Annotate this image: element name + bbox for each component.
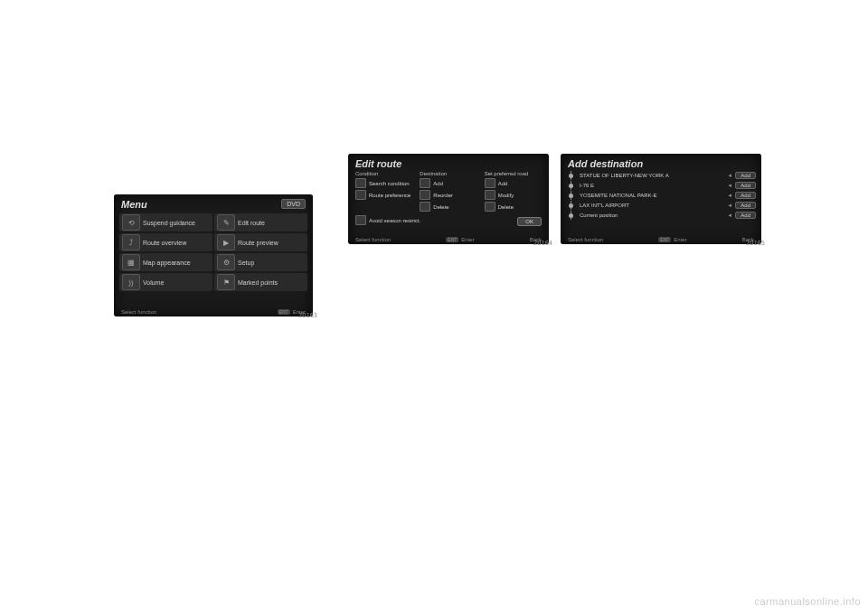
button-box: [420, 190, 430, 200]
button-box: [355, 190, 366, 200]
screen-title: Add destination: [561, 154, 761, 171]
footer-bar: Select function ENT Enter Back: [355, 237, 542, 242]
arrow-left-icon: ◄: [727, 203, 732, 208]
manual-page: Menu DVD ⟲ Suspend guidance ✎ Edit route…: [0, 0, 868, 614]
bottom-row: Avoid season restrict. OK: [348, 213, 549, 229]
arrow-left-icon: ◄: [727, 193, 732, 198]
dest-row: I-76 E ◄ Add: [566, 181, 756, 190]
menu-route-preview[interactable]: ▶ Route preview: [214, 233, 307, 251]
arrow-left-icon: ◄: [727, 173, 732, 178]
button-box: [485, 178, 495, 188]
add-button[interactable]: Add: [735, 172, 756, 179]
menu-volume[interactable]: )) Volume: [119, 273, 212, 291]
search-condition-button[interactable]: Search condition: [355, 178, 412, 188]
arrow-left-icon: ◄: [727, 183, 732, 188]
select-hint: Select function: [568, 237, 603, 242]
menu-marked-points[interactable]: ⚑ Marked points: [214, 273, 307, 291]
road-add-button[interactable]: Add: [485, 178, 542, 188]
add-button[interactable]: Add: [735, 212, 756, 219]
menu-label: Suspend guidance: [143, 220, 195, 226]
menu-label: Route preview: [238, 240, 278, 246]
figure-label: 2U163: [298, 312, 317, 319]
edit-columns: Condition Search condition Route prefere…: [348, 171, 549, 213]
menu-suspend-guidance[interactable]: ⟲ Suspend guidance: [119, 213, 212, 231]
col-header: Condition: [355, 171, 412, 176]
menu-label: Marked points: [238, 279, 278, 286]
edit-route-icon: ✎: [217, 214, 235, 231]
add-button[interactable]: Add: [735, 182, 756, 189]
menu-label: Map appearance: [143, 260, 191, 266]
dvd-button[interactable]: DVD: [281, 199, 306, 209]
menu-label: Volume: [143, 279, 164, 286]
menu-map-appearance[interactable]: ▦ Map appearance: [119, 253, 212, 271]
ent-icon: ENT: [278, 309, 290, 315]
route-node: [566, 191, 577, 200]
menu-route-overview[interactable]: ⤴ Route overview: [119, 233, 212, 251]
avoid-season-button[interactable]: Avoid season restrict.: [355, 215, 420, 225]
add-destination-screen: Add destination STATUE OF LIBERTY-NEW YO…: [561, 154, 761, 244]
dest-delete-button[interactable]: Delete: [420, 202, 476, 212]
add-button[interactable]: Add: [735, 192, 756, 199]
dest-row: LAX INT'L AIRPORT ◄ Add: [566, 201, 756, 210]
road-delete-button[interactable]: Delete: [485, 202, 542, 212]
button-box: [485, 190, 495, 200]
button-box: [485, 202, 495, 212]
route-node: [566, 201, 577, 210]
button-box: [355, 178, 366, 188]
ok-button[interactable]: OK: [517, 217, 542, 226]
ent-icon: ENT: [446, 237, 458, 242]
setup-icon: ⚙: [217, 254, 235, 270]
enter-hint: ENT Enter: [446, 237, 474, 242]
dest-row: STATUE OF LIBERTY-NEW YORK A ◄ Add: [566, 171, 756, 180]
suspend-icon: ⟲: [122, 214, 140, 231]
arrow-left-icon: ◄: [727, 213, 732, 218]
menu-label: Route overview: [143, 240, 186, 246]
route-node: [566, 171, 577, 180]
footer-bar: Select function ENT Enter: [121, 309, 306, 315]
menu-setup[interactable]: ⚙ Setup: [214, 253, 307, 271]
figure-label: 2U164: [533, 240, 552, 247]
dest-row: YOSEMITE NATIONAL PARK-E ◄ Add: [566, 191, 756, 200]
condition-column: Condition Search condition Route prefere…: [355, 171, 412, 213]
dest-row: Current position ◄ Add: [566, 211, 756, 220]
nav-menu-screen: Menu DVD ⟲ Suspend guidance ✎ Edit route…: [114, 194, 313, 316]
select-hint: Select function: [355, 237, 391, 242]
enter-hint: ENT Enter: [658, 237, 686, 242]
menu-edit-route[interactable]: ✎ Edit route: [214, 213, 307, 231]
dest-add-button[interactable]: Add: [420, 178, 476, 188]
destination-list: STATUE OF LIBERTY-NEW YORK A ◄ Add I-76 …: [561, 171, 761, 220]
ent-icon: ENT: [658, 237, 671, 242]
overview-icon: ⤴: [122, 234, 140, 250]
flag-icon: ⚑: [217, 274, 235, 290]
dest-reorder-button[interactable]: Reorder: [420, 190, 476, 200]
figure-label: 2U165: [746, 240, 765, 247]
route-node: [566, 181, 577, 190]
button-box: [420, 178, 430, 188]
preview-icon: ▶: [217, 234, 235, 250]
select-hint: Select function: [121, 309, 156, 315]
road-modify-button[interactable]: Modify: [485, 190, 542, 200]
col-header: Set preferred road: [485, 171, 542, 176]
button-box: [420, 202, 430, 212]
watermark: carmanualsonline.info: [754, 596, 861, 607]
footer-bar: Select function ENT Enter Back: [568, 237, 754, 242]
menu-grid: ⟲ Suspend guidance ✎ Edit route ⤴ Route …: [114, 212, 313, 293]
menu-label: Setup: [238, 260, 254, 266]
appearance-icon: ▦: [122, 254, 140, 270]
destination-column: Destination Add Reorder Delete: [420, 171, 476, 213]
menu-label: Edit route: [238, 220, 265, 226]
screen-title: Edit route: [348, 154, 549, 171]
edit-route-screen: Edit route Condition Search condition Ro…: [348, 154, 549, 244]
route-node: [566, 211, 577, 220]
volume-icon: )): [122, 274, 140, 290]
route-preference-button[interactable]: Route preference: [355, 190, 412, 200]
col-header: Destination: [420, 171, 476, 176]
add-button[interactable]: Add: [735, 202, 756, 209]
preferred-road-column: Set preferred road Add Modify Delete: [485, 171, 542, 213]
button-box: [355, 215, 366, 225]
